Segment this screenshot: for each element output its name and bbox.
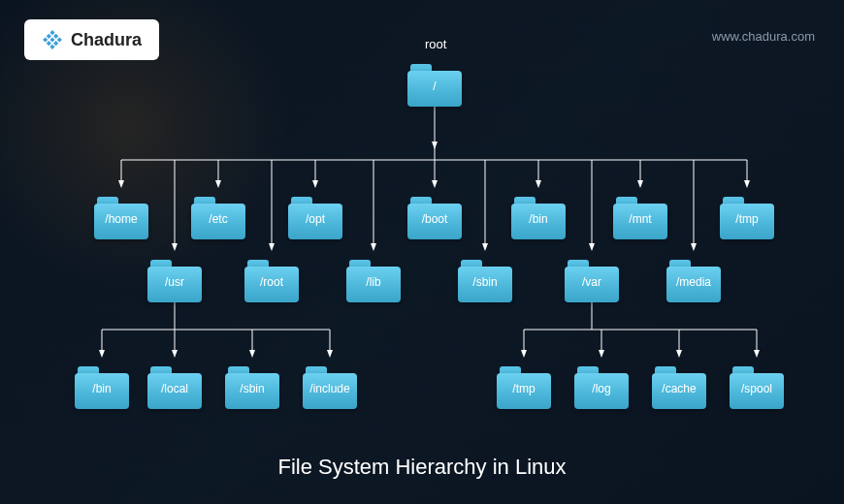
folder-label: /tmp <box>512 382 535 395</box>
folder-label: /bin <box>529 212 547 226</box>
folder-label: /root <box>260 275 283 289</box>
brand-icon <box>42 29 63 50</box>
folder-label: /bin <box>92 382 111 395</box>
folder-usr-local: /local <box>143 359 207 409</box>
filesystem-diagram: root / /home /etc /opt /boot /bin /mnt <box>0 0 844 504</box>
svg-rect-6 <box>47 41 51 46</box>
folder-usr-sbin: /sbin <box>220 359 284 409</box>
folder-usr: /usr <box>143 252 207 302</box>
folder-usr-include: /include <box>298 359 362 409</box>
folder-var-log: /log <box>569 359 633 409</box>
folder-boot: /boot <box>403 189 467 239</box>
svg-rect-0 <box>49 30 54 35</box>
brand-logo: Chadura <box>24 19 159 60</box>
folder-label: /var <box>582 275 601 289</box>
folder-var-tmp: /tmp <box>492 359 556 409</box>
svg-rect-4 <box>49 37 54 42</box>
folder-opt: /opt <box>283 189 347 239</box>
folder-label: /etc <box>209 212 227 226</box>
folder-label: /boot <box>422 212 448 226</box>
svg-rect-2 <box>53 34 58 39</box>
folder-media: /media <box>662 252 726 302</box>
folder-mnt: /mnt <box>608 189 672 239</box>
folder-bin: /bin <box>506 189 570 239</box>
folder-var: /var <box>560 252 624 302</box>
folder-label: /local <box>161 382 188 395</box>
diagram-title: File System Hierarchy in Linux <box>0 455 844 480</box>
folder-label: /home <box>105 212 137 226</box>
folder-root: / <box>403 56 467 107</box>
folder-label: /opt <box>306 212 325 226</box>
folder-label: /sbin <box>240 382 264 395</box>
folder-label: /mnt <box>629 212 651 226</box>
folder-tmp: /tmp <box>715 189 779 239</box>
svg-rect-5 <box>57 37 62 42</box>
svg-rect-8 <box>49 45 54 49</box>
folder-label: /include <box>309 382 349 395</box>
folder-label: /sbin <box>472 275 497 289</box>
folder-label: / <box>433 79 436 93</box>
svg-rect-3 <box>43 37 48 42</box>
brand-name: Chadura <box>71 30 142 50</box>
folder-lib: /lib <box>341 252 406 302</box>
folder-etc: /etc <box>186 189 250 239</box>
svg-rect-1 <box>47 34 51 39</box>
folder-sbin: /sbin <box>453 252 517 302</box>
folder-label: /media <box>676 275 711 289</box>
brand-url: www.chadura.com <box>712 29 815 44</box>
folder-label: /usr <box>165 275 184 289</box>
folder-label: /log <box>592 382 610 395</box>
folder-label: /tmp <box>735 212 758 226</box>
folder-label: /spool <box>741 382 772 395</box>
folder-label: /cache <box>662 382 696 395</box>
folder-usr-bin: /bin <box>70 359 134 409</box>
folder-var-cache: /cache <box>647 359 711 409</box>
folder-root-dir: /root <box>240 252 304 302</box>
folder-label: /lib <box>366 275 380 289</box>
svg-rect-7 <box>53 41 58 46</box>
folder-home: /home <box>89 189 153 239</box>
folder-var-spool: /spool <box>725 359 789 409</box>
root-text: root <box>425 37 446 51</box>
